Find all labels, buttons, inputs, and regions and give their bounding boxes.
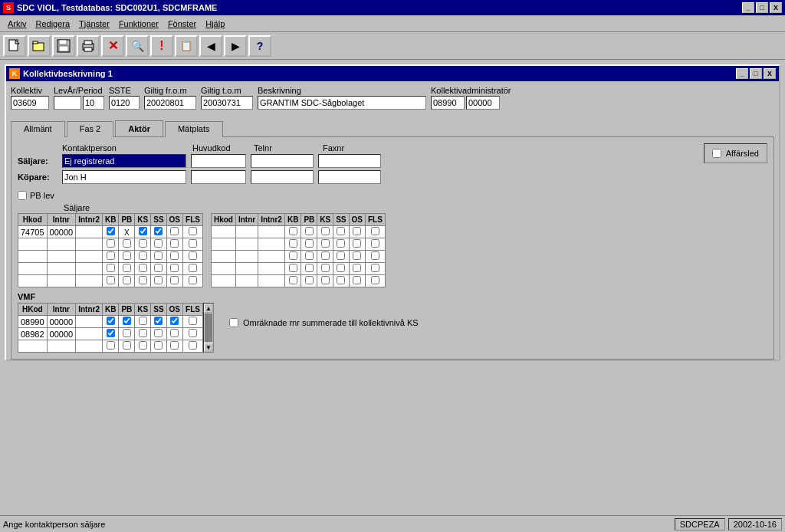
kb-check[interactable] — [107, 227, 115, 235]
kopare-telnr-input[interactable] — [251, 170, 314, 184]
os-check[interactable] — [170, 251, 179, 260]
ks-check[interactable] — [139, 276, 147, 284]
prev-button[interactable]: ◀ — [199, 35, 222, 57]
vmf-kb-check[interactable] — [107, 317, 115, 325]
minimize-btn[interactable]: _ — [742, 2, 754, 13]
giltig-tom-input[interactable] — [201, 96, 253, 110]
print-button[interactable] — [77, 35, 100, 57]
os-check[interactable] — [170, 227, 179, 235]
inner-minimize-btn[interactable]: _ — [736, 68, 748, 79]
kb-check-r[interactable] — [289, 264, 297, 272]
vmf-ks-check[interactable] — [139, 329, 147, 337]
vmf-kb-check[interactable] — [107, 329, 115, 337]
koll-admin-input1[interactable] — [431, 96, 465, 110]
ks-check[interactable] — [139, 251, 147, 260]
kb-check[interactable] — [107, 264, 115, 272]
kb-check[interactable] — [107, 239, 115, 248]
ks-check-r[interactable] — [321, 227, 330, 235]
menu-arkiv[interactable]: Arkiv — [3, 18, 31, 30]
menu-fonster[interactable]: Fönster — [163, 18, 201, 30]
close-btn[interactable]: X — [770, 2, 782, 13]
pb-check[interactable] — [123, 276, 131, 284]
ss-check[interactable] — [154, 239, 163, 248]
ss-check[interactable] — [154, 264, 163, 272]
vmf-pb-check[interactable] — [123, 341, 131, 350]
exclamation-button[interactable]: ! — [150, 35, 173, 57]
fls-check-r[interactable] — [371, 264, 379, 272]
saljare-telnr-input[interactable] — [251, 154, 314, 168]
koll-admin-input2[interactable] — [466, 96, 500, 110]
os-check-r[interactable] — [353, 264, 361, 272]
fls-check-r[interactable] — [371, 227, 379, 235]
ss-check-r[interactable] — [337, 239, 345, 248]
pb-check-r[interactable] — [305, 276, 314, 284]
vmf-fls-check[interactable] — [189, 341, 197, 350]
os-check-r[interactable] — [353, 239, 361, 248]
delete-button[interactable]: ✕ — [101, 35, 124, 57]
next-button[interactable]: ▶ — [224, 35, 247, 57]
kb-check-r[interactable] — [289, 227, 297, 235]
os-check[interactable] — [170, 239, 179, 248]
ss-check[interactable] — [154, 251, 163, 260]
scroll-down-arrow[interactable]: ▼ — [204, 343, 213, 352]
ks-check-r[interactable] — [321, 251, 330, 260]
tab-allman[interactable]: Allmänt — [11, 121, 65, 137]
ss-check-r[interactable] — [337, 276, 345, 284]
pb-check-r[interactable] — [305, 239, 314, 248]
save-button[interactable] — [52, 35, 75, 57]
fls-check[interactable] — [189, 276, 197, 284]
ss-check[interactable] — [154, 227, 163, 235]
saljare-kontaktperson-input[interactable] — [62, 154, 186, 168]
tab-fas2[interactable]: Fas 2 — [67, 121, 114, 137]
vmf-fls-check[interactable] — [189, 329, 197, 337]
pb-check[interactable] — [123, 264, 131, 272]
giltig-from-input[interactable] — [144, 96, 196, 110]
kb-check[interactable] — [107, 251, 115, 260]
ks-check-r[interactable] — [321, 276, 330, 284]
fls-check[interactable] — [189, 251, 197, 260]
vmf-pb-check[interactable] — [123, 317, 131, 325]
ks-check[interactable] — [139, 227, 147, 235]
pb-check-r[interactable] — [305, 251, 314, 260]
ks-check[interactable] — [139, 239, 147, 248]
ss-check[interactable] — [154, 276, 163, 284]
kb-check-r[interactable] — [289, 239, 297, 248]
fls-check-r[interactable] — [371, 251, 379, 260]
kopare-kontaktperson-input[interactable] — [62, 170, 186, 184]
vmf-os-check[interactable] — [170, 341, 179, 350]
pb-check-r[interactable] — [305, 264, 314, 272]
os-check-r[interactable] — [353, 251, 361, 260]
copy-button[interactable]: 📋 — [175, 35, 198, 57]
kb-check-r[interactable] — [289, 276, 297, 284]
vmf-fls-check[interactable] — [189, 317, 197, 325]
ks-check[interactable] — [139, 264, 147, 272]
vmf-scrollbar[interactable]: ▲ ▼ — [203, 303, 214, 353]
menu-tjanster[interactable]: Tjänster — [74, 18, 114, 30]
fls-check[interactable] — [189, 227, 197, 235]
scroll-up-arrow[interactable]: ▲ — [204, 304, 213, 313]
search-button[interactable]: 🔍 — [126, 35, 149, 57]
ss-check-r[interactable] — [337, 264, 345, 272]
omraknade-checkbox[interactable] — [229, 318, 238, 327]
period-input[interactable] — [83, 96, 104, 110]
inner-maximize-btn[interactable]: □ — [750, 68, 762, 79]
vmf-ks-check[interactable] — [139, 317, 147, 325]
pb-check-r[interactable] — [305, 227, 314, 235]
pb-lev-checkbox[interactable] — [18, 191, 27, 200]
vmf-ss-check[interactable] — [154, 317, 163, 325]
fls-check[interactable] — [189, 239, 197, 248]
os-check-r[interactable] — [353, 276, 361, 284]
saljare-huvudkod-input[interactable] — [191, 154, 246, 168]
ss-check-r[interactable] — [337, 251, 345, 260]
fls-check[interactable] — [189, 264, 197, 272]
tab-matplats[interactable]: Mätplats — [165, 121, 223, 137]
ks-check-r[interactable] — [321, 239, 330, 248]
kb-check[interactable] — [107, 276, 115, 284]
ss-check-r[interactable] — [337, 227, 345, 235]
pb-check[interactable] — [123, 239, 131, 248]
help-button[interactable]: ? — [248, 35, 271, 57]
affarsled-checkbox[interactable] — [712, 149, 721, 158]
open-button[interactable] — [28, 35, 51, 57]
vmf-os-check[interactable] — [170, 329, 179, 337]
fls-check-r[interactable] — [371, 276, 379, 284]
